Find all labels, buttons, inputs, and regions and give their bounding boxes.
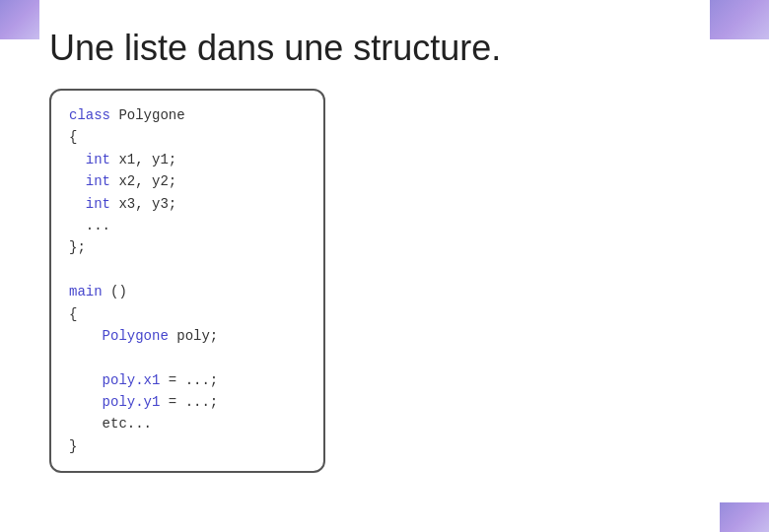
code-content: class Polygone { int x1, y1; int x2, y2;… bbox=[69, 104, 306, 457]
code-class-name: Polygone bbox=[110, 107, 185, 123]
corner-decoration-top-left bbox=[0, 0, 39, 39]
page-title: Une liste dans une structure. bbox=[49, 28, 501, 69]
code-vars-2: x2, y2; bbox=[110, 173, 176, 189]
code-main-parens: () bbox=[103, 284, 127, 299]
code-poly-x1: poly.x1 bbox=[103, 372, 161, 388]
code-open-brace-2: { bbox=[69, 306, 77, 322]
code-open-brace-1: { bbox=[69, 129, 77, 145]
code-close-brace-1: }; bbox=[69, 239, 86, 255]
code-class-keyword: class bbox=[69, 107, 110, 123]
code-main-keyword: main bbox=[69, 284, 103, 299]
corner-decoration-top-right bbox=[710, 0, 769, 39]
code-vars-1: x1, y1; bbox=[110, 152, 176, 167]
code-etc: etc... bbox=[103, 416, 152, 432]
code-close-brace-2: } bbox=[69, 438, 77, 454]
corner-decoration-bottom-right bbox=[720, 502, 769, 532]
code-int-3: int bbox=[86, 196, 110, 212]
code-poly-y1: poly.y1 bbox=[103, 394, 161, 410]
code-ellipsis-1: ... bbox=[86, 218, 110, 233]
code-vars-3: x3, y3; bbox=[110, 196, 176, 212]
code-int-2: int bbox=[86, 173, 110, 189]
code-box: class Polygone { int x1, y1; int x2, y2;… bbox=[49, 89, 325, 473]
code-polygone-type: Polygone bbox=[103, 328, 169, 344]
code-poly-var: poly; bbox=[169, 328, 218, 344]
code-assign-y1: = ...; bbox=[160, 394, 218, 410]
code-int-1: int bbox=[86, 152, 110, 167]
code-assign-x1: = ...; bbox=[160, 372, 218, 388]
